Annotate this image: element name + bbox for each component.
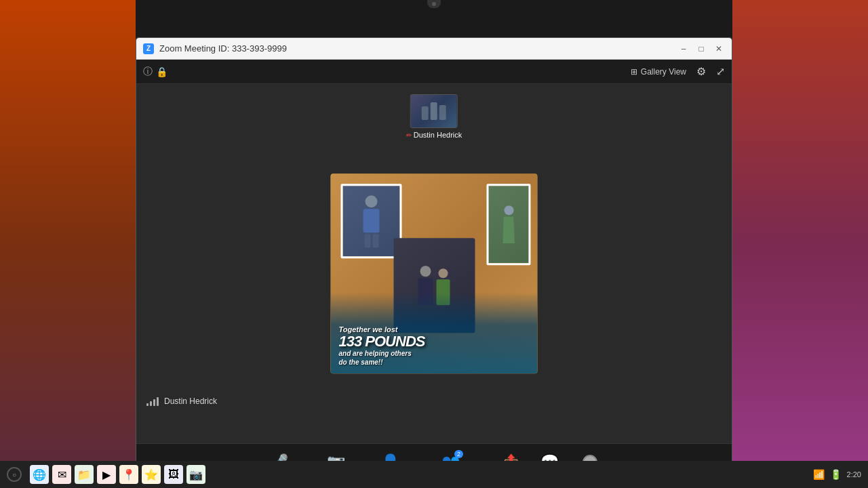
woman-silhouette [502, 205, 515, 243]
photos-icon: 🖼 [168, 468, 179, 481]
close-button[interactable]: ✕ [713, 44, 725, 54]
zoom-window: Z Zoom Meeting ID: 333-393-9999 – □ ✕ ⓘ … [136, 37, 732, 488]
taskbar: ○ 🌐 ✉ 📁 ▶ 📍 ⭐ 🖼 � [0, 461, 868, 488]
taskbar-app-chrome[interactable]: 🌐 [30, 465, 49, 484]
bottom-participant-name: Dustin Hedrick [164, 396, 217, 406]
toolbar-right: ⊞ Gallery View ⚙ ⤢ [631, 65, 725, 78]
taskbar-app-camera[interactable]: 📷 [186, 465, 205, 484]
signal-bar-1 [146, 403, 149, 406]
camera-icon: 📷 [189, 468, 203, 481]
taskbar-app-bookmarks[interactable]: ⭐ [142, 465, 161, 484]
gmail-icon: ✉ [58, 468, 66, 481]
participant-name-text: Dustin Hedrick [414, 131, 462, 139]
shared-screen-content: Together we lost 133 POUNDS and are help… [331, 174, 538, 373]
sil-leg-left [364, 234, 370, 247]
participants-count-badge: 2 [454, 450, 463, 458]
poster-container: Together we lost 133 POUNDS and are help… [331, 174, 538, 373]
settings-icon[interactable]: ⚙ [696, 65, 706, 78]
poster-photo-right [487, 184, 531, 265]
sil-leg-right [372, 234, 378, 247]
desktop-left [0, 0, 136, 488]
desktop-right [732, 0, 868, 488]
system-time: 2:20 [847, 470, 861, 479]
window-controls: – □ ✕ [677, 44, 725, 54]
window-title: Zoom Meeting ID: 333-393-9999 [159, 43, 677, 54]
pencil-icon: ✏ [406, 131, 412, 139]
taskbar-left: ○ 🌐 ✉ 📁 ▶ 📍 ⭐ 🖼 � [7, 465, 205, 484]
poster-photo-left [341, 184, 402, 258]
wifi-icon: 📶 [813, 469, 825, 480]
sil-legs [364, 234, 378, 247]
participant-video [410, 94, 458, 128]
poster-text-pounds: 133 POUNDS [339, 334, 425, 349]
poster-text-overlay: Together we lost 133 POUNDS and are help… [331, 292, 538, 373]
battery-icon: 🔋 [830, 469, 842, 480]
taskbar-app-youtube[interactable]: ▶ [97, 465, 116, 484]
maximize-button[interactable]: □ [695, 44, 707, 54]
chrome-os-circle[interactable]: ○ [7, 467, 22, 482]
participant-thumbnail: ✏ Dustin Hedrick [406, 94, 462, 139]
participant-name-label: ✏ Dustin Hedrick [406, 131, 462, 139]
man-silhouette [363, 195, 380, 247]
chrome-icon: 🌐 [33, 468, 46, 481]
taskbar-right: 📶 🔋 2:20 [813, 469, 861, 480]
zoom-logo-icon: Z [143, 43, 154, 54]
security-lock-icon[interactable]: 🔒 [156, 66, 167, 77]
os-icon: ○ [12, 471, 16, 479]
title-bar: Z Zoom Meeting ID: 333-393-9999 – □ ✕ [136, 38, 732, 60]
maps-icon: 📍 [122, 468, 136, 481]
youtube-icon: ▶ [102, 468, 111, 481]
signal-bar-2 [150, 401, 152, 406]
gallery-view-button[interactable]: ⊞ Gallery View [631, 67, 686, 77]
signal-bars [146, 396, 159, 406]
sil-head-woman [504, 205, 513, 215]
signal-bar-4 [157, 397, 159, 406]
meeting-toolbar: ⓘ 🔒 ⊞ Gallery View ⚙ ⤢ [136, 60, 732, 84]
bookmarks-icon: ⭐ [144, 468, 158, 481]
signal-bar-3 [153, 399, 155, 406]
participant-video-inner [411, 95, 457, 127]
gallery-grid-icon: ⊞ [631, 67, 637, 77]
gallery-view-label: Gallery View [641, 67, 686, 77]
sil-body [363, 209, 380, 232]
bottom-name-bar: Dustin Hedrick [146, 396, 217, 406]
meeting-main-content: ✏ Dustin Hedrick [136, 84, 732, 443]
taskbar-app-photos[interactable]: 🖼 [164, 465, 183, 484]
taskbar-apps: 🌐 ✉ 📁 ▶ 📍 ⭐ 🖼 📷 [30, 465, 205, 484]
webcam-dot [432, 2, 436, 6]
sil-head [366, 195, 378, 207]
minimize-button[interactable]: – [677, 44, 690, 54]
poster-text-line2: and are helping others do the same!! [339, 349, 412, 367]
taskbar-app-maps[interactable]: 📍 [119, 465, 138, 484]
info-icon[interactable]: ⓘ [143, 66, 153, 78]
expand-icon[interactable]: ⤢ [716, 65, 725, 78]
files-icon: 📁 [77, 468, 91, 481]
taskbar-app-gmail[interactable]: ✉ [52, 465, 71, 484]
sil-body-woman [502, 216, 515, 243]
webcam-indicator [427, 0, 441, 8]
taskbar-app-files[interactable]: 📁 [75, 465, 94, 484]
toolbar-left: ⓘ 🔒 [143, 66, 167, 78]
